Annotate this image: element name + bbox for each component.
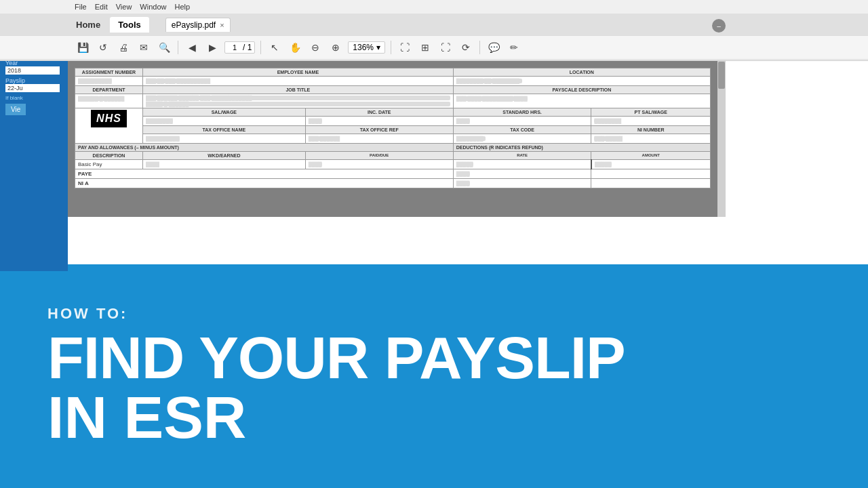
actual-size-button[interactable]: ⊞	[417, 39, 433, 56]
draw-button[interactable]: ✏	[506, 39, 522, 56]
separator-2	[260, 41, 261, 54]
pt-sal-wage-header: PT SAL/WAGE	[591, 108, 711, 117]
tax-office-ref-cell: ███ ██████	[305, 134, 453, 144]
basic-pay-wkd: ████	[143, 160, 306, 169]
zoom-out-button[interactable]: ⊖	[307, 39, 323, 56]
fit-page-button[interactable]: ⛶	[397, 39, 413, 56]
full-screen-button[interactable]: ⛶	[437, 39, 454, 56]
zoom-value: 136%	[353, 43, 374, 52]
prev-page-button[interactable]: ◀	[184, 39, 200, 56]
basic-pay-paid: ████	[305, 160, 453, 169]
nhs-logo: NHS	[91, 110, 127, 127]
tax-office-name-cell: ██████████	[143, 134, 306, 144]
view-button[interactable]: Vie	[5, 104, 26, 115]
close-window-button[interactable]: –	[712, 19, 726, 33]
menu-bar: File Edit View Window Help	[0, 0, 868, 14]
back-button[interactable]: ↺	[95, 39, 111, 56]
pdf-tab-name: ePayslip.pdf	[172, 20, 216, 30]
tax-code-header: TAX CODE	[453, 126, 591, 134]
pay-section-header: PAY AND ALLOWANCES (– MINUS AMOUNT)	[75, 144, 454, 152]
separator-1	[178, 41, 178, 54]
pan-tool-button[interactable]: ✋	[287, 39, 303, 56]
year-value: 2018	[5, 66, 60, 75]
sal-wage-header: SAL/WAGE	[143, 108, 306, 117]
next-page-button[interactable]: ▶	[204, 39, 220, 56]
pt-sal-wage-cell: ████████	[591, 117, 711, 126]
pay-paid-header: PAID/DUE	[305, 152, 453, 160]
menu-help[interactable]: Help	[174, 3, 190, 11]
scrollbar[interactable]	[717, 61, 726, 217]
main-title-line1: FIND YOUR PAYSLIP	[47, 328, 821, 388]
basic-pay-label: Basic Pay	[75, 160, 143, 169]
ded-paye-balance	[591, 169, 711, 179]
payscale-cell: ███ ████ █████████ ████	[453, 94, 710, 108]
search-button[interactable]: 🔍	[156, 39, 172, 56]
inc-date-header: INC. DATE	[305, 108, 453, 117]
zoom-chevron-icon: ▾	[376, 43, 380, 52]
toolbar: 💾 ↺ 🖨 ✉ 🔍 ◀ ▶ / 1 ↖ ✋ ⊖ ⊕ 136% ▾ ⛶ ⊞ ⛶ ⟳…	[0, 35, 868, 60]
ni-number-header: NI NUMBER	[591, 126, 711, 134]
close-tab-button[interactable]: ×	[220, 21, 224, 29]
location-cell: ████████ ██ ████████ ·	[453, 77, 710, 86]
menu-window[interactable]: Window	[140, 3, 166, 11]
assignment-number-cell: ██████████	[75, 77, 143, 86]
page-separator: / 1	[243, 43, 252, 52]
department-header: DEPARTMENT	[75, 86, 143, 94]
sal-wage-cell: ████████	[143, 117, 306, 126]
zoom-in-button[interactable]: ⊕	[328, 39, 344, 56]
page-nav: / 1	[224, 41, 255, 54]
how-to-label: HOW TO:	[47, 305, 821, 323]
save-button[interactable]: 💾	[75, 39, 91, 56]
rotate-button[interactable]: ⟳	[458, 39, 474, 56]
nav-tabs: Home Tools	[68, 17, 149, 33]
pay-wkd-header: WKD/EARNED	[143, 152, 306, 160]
close-icon: –	[717, 22, 721, 30]
select-tool-button[interactable]: ↖	[267, 39, 283, 56]
employee-name-cell: ███ ██ ███ ██████████	[143, 77, 454, 86]
employee-name-header: EMPLOYEE NAME	[143, 68, 454, 77]
ded-row-1: PAYE	[75, 169, 454, 179]
basic-pay-rate: █████	[453, 160, 591, 169]
pay-amount-header: AMOUNT	[591, 152, 711, 160]
print-button[interactable]: 🖨	[115, 39, 132, 56]
department-cell: ██████ █ ██████	[75, 94, 143, 108]
job-title-cell: ███ ██████ ██████ ███ ████████████ █████…	[143, 94, 454, 108]
ded-row-2: NI A	[75, 179, 454, 188]
menu-file[interactable]: File	[75, 3, 87, 11]
if-blank-note: If blank	[5, 95, 62, 101]
standard-hrs-header: STANDARD HRS.	[453, 108, 591, 117]
scrollbar-thumb[interactable]	[718, 62, 725, 89]
separator-3	[391, 41, 391, 54]
menu-view[interactable]: View	[116, 3, 132, 11]
ded-nia-amount: ████	[453, 179, 591, 188]
zoom-box[interactable]: 136% ▾	[348, 41, 385, 54]
payscale-header: PAYSCALE DESCRIPTION	[453, 86, 710, 94]
assignment-number-header: ASSIGNMENT NUMBER	[75, 68, 143, 77]
payslip-value: 22-Ju	[5, 84, 60, 92]
tab-home[interactable]: Home	[68, 17, 108, 33]
email-button[interactable]: ✉	[136, 39, 152, 56]
pay-rate-header: RATE	[453, 152, 591, 160]
location-header: LOCATION	[453, 68, 710, 77]
pdf-viewer: ASSIGNMENT NUMBER EMPLOYEE NAME LOCATION…	[68, 61, 726, 217]
pdf-document: ASSIGNMENT NUMBER EMPLOYEE NAME LOCATION…	[75, 68, 711, 188]
bottom-section: HOW TO: FIND YOUR PAYSLIP IN ESR	[0, 264, 868, 488]
tax-office-ref-header: TAX OFFICE REF	[305, 126, 453, 134]
tax-code-cell: ████████ ·	[453, 134, 591, 144]
separator-4	[479, 41, 480, 54]
ded-paye-amount: ████	[453, 169, 591, 179]
payslip-label: Payslip	[5, 77, 62, 84]
job-title-header: JOB TITLE	[143, 86, 454, 94]
tax-office-name-header: TAX OFFICE NAME	[143, 126, 306, 134]
ni-number-cell: ███ █████	[591, 134, 711, 144]
basic-pay-amount: █████	[591, 160, 711, 169]
tab-tools[interactable]: Tools	[110, 17, 149, 33]
browser-chrome: File Edit View Window Help Home Tools eP…	[0, 0, 868, 61]
menu-edit[interactable]: Edit	[95, 3, 108, 11]
nhs-logo-cell: NHS	[75, 108, 143, 144]
page-input[interactable]	[228, 43, 241, 52]
pay-desc-header: DESCRIPTION	[75, 152, 143, 160]
comment-button[interactable]: 💬	[486, 39, 502, 56]
pdf-tab[interactable]: ePayslip.pdf ×	[165, 18, 231, 32]
tab-bar: Home Tools ePayslip.pdf × –	[0, 14, 868, 35]
